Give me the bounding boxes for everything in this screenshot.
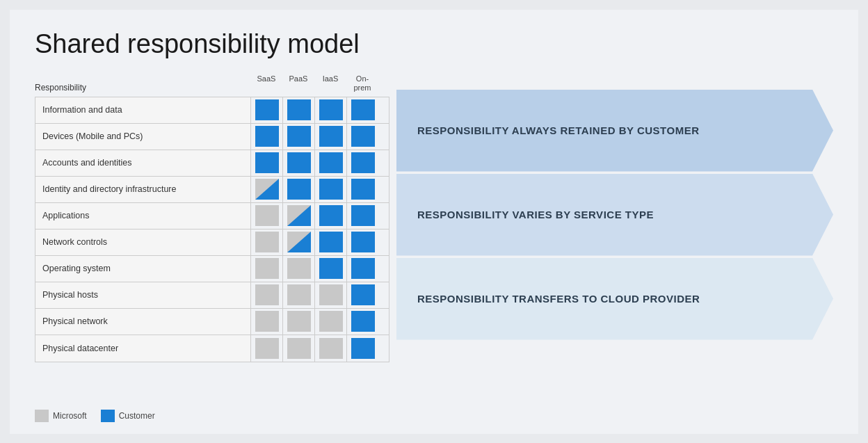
cell-inner-blue — [319, 126, 343, 147]
cell-inner-gray — [319, 338, 343, 359]
cell — [251, 203, 283, 229]
cell-inner-blue — [351, 205, 375, 226]
cell — [283, 229, 315, 255]
cell — [315, 177, 347, 202]
cell-inner-blue — [351, 338, 375, 359]
cell-inner-half — [287, 205, 311, 226]
cell — [315, 124, 347, 150]
row-label: Physical datacenter — [35, 335, 251, 362]
cell — [283, 97, 315, 123]
row-cells — [251, 309, 387, 335]
table-row: Physical hosts — [35, 282, 389, 309]
row-cells — [251, 124, 387, 150]
cell — [251, 282, 283, 308]
arrows-area: RESPONSIBILITY ALWAYS RETAINED BY CUSTOM… — [396, 90, 833, 354]
row-label-header: Responsibility — [35, 83, 250, 92]
col-header-saas: SaaS — [250, 74, 282, 92]
cell — [251, 229, 283, 255]
table-area: Responsibility SaaS PaaS IaaS On-prem In… — [35, 74, 389, 401]
cell — [347, 203, 379, 229]
cell-inner-blue — [351, 232, 375, 252]
cell-inner-gray — [255, 338, 279, 359]
cell-inner-blue — [319, 99, 343, 120]
cell-inner-blue — [351, 311, 375, 332]
cell-inner-gray — [255, 205, 279, 226]
table-rows: Information and dataDevices (Mobile and … — [35, 97, 389, 362]
cell — [347, 335, 379, 362]
table-row: Applications — [35, 203, 389, 229]
row-label: Identity and directory infrastructure — [35, 177, 251, 202]
cell — [283, 124, 315, 150]
cell-inner-blue — [255, 126, 279, 147]
row-cells — [251, 150, 387, 176]
cell — [251, 150, 283, 176]
arrow-always-customer-text: RESPONSIBILITY ALWAYS RETAINED BY CUSTOM… — [417, 124, 700, 136]
cell — [251, 309, 283, 335]
arrow-varies-text: RESPONSIBILITY VARIES BY SERVICE TYPE — [417, 209, 654, 220]
row-label: Operating system — [35, 256, 251, 282]
cell — [347, 150, 379, 176]
cell — [315, 150, 347, 176]
cell-inner-blue — [351, 152, 375, 173]
cell — [347, 97, 379, 123]
cell-inner-blue — [287, 179, 311, 200]
cell-inner-blue — [319, 152, 343, 173]
table-row: Devices (Mobile and PCs) — [35, 124, 389, 150]
row-label: Devices (Mobile and PCs) — [35, 124, 251, 150]
cell — [283, 177, 315, 202]
cell — [283, 203, 315, 229]
cell — [347, 177, 379, 202]
cell-inner-blue — [351, 99, 375, 120]
cell-inner-half — [255, 179, 279, 200]
cell-inner-blue — [351, 284, 375, 305]
legend-customer: Customer — [101, 410, 155, 422]
cell — [347, 282, 379, 308]
table-row: Operating system — [35, 256, 389, 282]
row-label: Applications — [35, 203, 251, 229]
cell — [283, 282, 315, 308]
row-cells — [251, 203, 387, 229]
cell — [251, 124, 283, 150]
table-row: Accounts and identities — [35, 150, 389, 177]
row-label: Physical network — [35, 309, 251, 335]
arrow-transfers-text: RESPONSIBILITY TRANSFERS TO CLOUD PROVID… — [417, 293, 700, 305]
cell — [315, 335, 347, 362]
cell — [315, 256, 347, 282]
row-label: Network controls — [35, 229, 251, 255]
table-row: Physical datacenter — [35, 335, 389, 362]
cell-inner-gray — [255, 311, 279, 332]
cell-inner-gray — [319, 311, 343, 332]
legend-microsoft-box — [35, 410, 49, 422]
cell-inner-gray — [255, 284, 279, 305]
row-cells — [251, 229, 387, 255]
cell-inner-gray — [287, 284, 311, 305]
row-label: Physical hosts — [35, 282, 251, 308]
cell-inner-blue — [319, 179, 343, 200]
row-cells — [251, 335, 387, 362]
cell — [315, 97, 347, 123]
cell-inner-blue — [319, 205, 343, 226]
cell — [251, 335, 283, 362]
arrow-always-customer: RESPONSIBILITY ALWAYS RETAINED BY CUSTOM… — [396, 90, 833, 172]
cell — [347, 124, 379, 150]
legend-microsoft: Microsoft — [35, 410, 87, 422]
cell-inner-blue — [287, 99, 311, 120]
slide-title: Shared responsibility model — [35, 29, 833, 59]
cell-inner-blue — [255, 99, 279, 120]
cell — [283, 150, 315, 176]
cell-inner-half — [287, 232, 311, 252]
table-row: Information and data — [35, 97, 389, 124]
cell-inner-blue — [287, 126, 311, 147]
cell — [315, 203, 347, 229]
col-headers: SaaS PaaS IaaS On-prem — [250, 74, 387, 92]
cell — [315, 229, 347, 255]
row-cells — [251, 177, 387, 202]
row-cells — [251, 97, 387, 123]
cell — [283, 335, 315, 362]
row-cells — [251, 256, 387, 282]
cell-inner-gray — [287, 258, 311, 279]
arrow-transfers: RESPONSIBILITY TRANSFERS TO CLOUD PROVID… — [396, 258, 833, 340]
table-row: Identity and directory infrastructure — [35, 177, 389, 203]
cell — [347, 256, 379, 282]
table-row: Physical network — [35, 309, 389, 335]
